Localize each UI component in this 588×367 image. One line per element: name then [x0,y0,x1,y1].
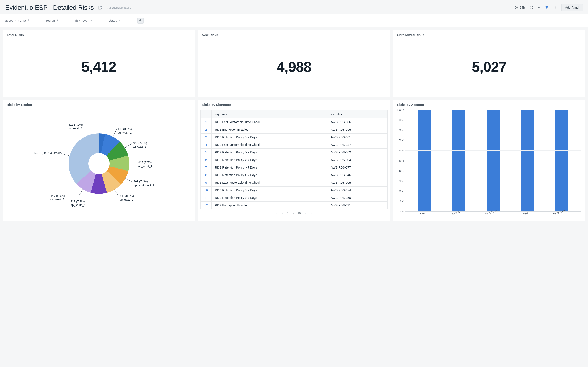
filter-label: account_name [5,19,26,22]
filter-label: region [46,19,55,22]
y-tick: 40% [399,169,404,173]
bar[interactable] [453,110,465,211]
time-range-picker[interactable]: -24h [514,5,526,10]
table-row[interactable]: 10RDS Retention Policy > 7 DaysAWS:RDS-0… [201,186,387,194]
table-row[interactable]: 7RDS Retention Policy > 7 DaysAWS:RDS-07… [201,164,387,171]
table-row[interactable]: 5RDS Retention Policy > 7 DaysAWS:RDS-06… [201,149,387,156]
table-row[interactable]: 8RDS Retention Policy > 7 DaysAWS:RDS-04… [201,171,387,179]
table-row[interactable]: 4RDS Last-Restorable Time CheckAWS:RDS-0… [201,141,387,149]
table-row[interactable]: 1RDS Last-Restorable Time CheckAWS:RDS-0… [201,118,387,126]
bar[interactable] [487,110,500,211]
signature-table-scroll[interactable]: sig_name identifier 1RDS Last-Restorable… [201,110,387,209]
unresolved-risks-value: 5,027 [472,59,506,75]
pager-first[interactable]: « [275,211,278,216]
cell-identifier: AWS:RDS-046 [327,171,387,179]
filter-value[interactable]: * [57,18,68,23]
y-tick: 100% [397,108,404,111]
page-title: Evident.io ESP - Detailed Risks [5,4,94,11]
panel-new-risks[interactable]: New Risks 4,988 [198,30,390,97]
table-row[interactable]: 6RDS Retention Policy > 7 DaysAWS:RDS-00… [201,156,387,164]
cell-sig-name: RDS Last-Restorable Time Check [211,118,327,126]
cell-sig-name: RDS Retention Policy > 7 Days [211,171,327,179]
donut-label: 1,587 (29.3%) Others [34,151,61,155]
row-index: 3 [201,133,211,141]
donut-chart: 411 (7.6%) us_east_2446 (8.2%) eu_west_1… [6,110,191,217]
filter-value[interactable]: * [119,18,130,23]
more-vertical-icon [553,6,557,9]
donut-label: 417 (7.7%) us_west_1 [138,161,166,168]
table-row[interactable]: 11RDS Retention Policy > 7 DaysAWS:RDS-0… [201,194,387,202]
panel-risks-by-signature[interactable]: Risks by Signature sig_name identifier 1… [198,100,390,221]
panel-grid: Total Risks 5,412 New Risks 4,988 Unreso… [0,27,588,223]
filter-bar: account_name*region*risk_level*status* + [0,15,588,27]
filter-region[interactable]: region* [46,18,68,23]
svg-point-3 [555,8,555,9]
refresh-button[interactable] [529,5,534,10]
y-tick: 80% [399,129,404,132]
panel-risks-by-account[interactable]: Risks by Account 100%90%80%70%60%50%40%3… [393,100,585,221]
bar[interactable] [521,110,534,211]
filter-icon [545,6,549,9]
refresh-dropdown[interactable] [537,5,541,10]
pager-last[interactable]: » [310,211,313,216]
total-risks-value: 5,412 [82,59,116,75]
y-tick: 90% [399,119,404,122]
add-filter-button[interactable]: + [137,17,143,24]
more-menu[interactable] [552,5,558,10]
table-row[interactable]: 9RDS Last-Restorable Time CheckAWS:RDS-0… [201,179,387,186]
pager-next[interactable]: › [304,211,307,216]
panel-title: New Risks [198,30,390,38]
filter-status[interactable]: status* [109,18,130,23]
bar[interactable] [418,110,431,211]
filter-label: risk_level [75,19,88,22]
filter-risk_level[interactable]: risk_level* [75,18,101,23]
donut-label: 428 (7.9%) sa_east_1 [133,141,161,149]
filter-account_name[interactable]: account_name* [5,18,39,23]
donut-label: 446 (8.2%) eu_west_1 [118,127,146,135]
table-pager: « ‹ 1 of 10 › » [201,209,387,217]
bar[interactable] [555,110,568,211]
col-sig-name[interactable]: sig_name [211,110,327,118]
filter-toggle[interactable] [544,5,550,10]
saved-status: All changes saved [108,6,131,9]
panel-unresolved-risks[interactable]: Unresolved Risks 5,027 [393,30,585,97]
row-index: 1 [201,118,211,126]
row-index: 4 [201,141,211,149]
cell-identifier: AWS:RDS-062 [327,149,387,156]
filter-value[interactable]: * [27,18,39,23]
row-index: 10 [201,186,211,194]
y-tick: 50% [399,159,404,162]
y-tick: 60% [399,149,404,152]
y-tick: 70% [399,139,404,142]
add-panel-button[interactable]: Add Panel [561,4,583,11]
y-tick: 30% [399,180,404,183]
y-tick: 0% [400,210,404,213]
cell-identifier: AWS:RDS-005 [327,179,387,186]
filter-value[interactable]: * [90,18,101,23]
cell-sig-name: RDS Encryption Enabled [211,126,327,133]
col-identifier[interactable]: identifier [327,110,387,118]
panel-risks-by-region[interactable]: Risks by Region 411 (7.6%) us_east_2446 … [3,100,195,221]
page-header: Evident.io ESP - Detailed Risks All chan… [0,0,588,15]
table-row[interactable]: 3RDS Retention Policy > 7 DaysAWS:RDS-06… [201,133,387,141]
panel-title: Risks by Region [3,100,195,108]
cell-identifier: AWS:RDS-037 [327,141,387,149]
table-row[interactable]: 2RDS Encryption EnabledAWS:RDS-096 [201,126,387,133]
row-index: 7 [201,164,211,171]
table-row[interactable]: 12RDS Encryption EnabledAWS:RDS-031 [201,202,387,209]
pager-prev[interactable]: ‹ [281,211,284,216]
signature-table: sig_name identifier 1RDS Last-Restorable… [201,110,387,209]
donut-label: 448 (8.3%) us_west_2 [50,194,79,201]
row-index: 5 [201,149,211,156]
new-risks-value: 4,988 [277,59,311,75]
panel-title: Risks by Account [393,100,585,108]
refresh-icon [529,6,533,9]
cell-identifier: AWS:RDS-050 [327,194,387,202]
panel-total-risks[interactable]: Total Risks 5,412 [3,30,195,97]
share-icon[interactable] [98,5,102,10]
svg-point-2 [555,7,555,8]
x-label: Dev [420,211,425,216]
cell-sig-name: RDS Retention Policy > 7 Days [211,194,327,202]
row-index: 12 [201,202,211,209]
cell-identifier: AWS:RDS-074 [327,186,387,194]
